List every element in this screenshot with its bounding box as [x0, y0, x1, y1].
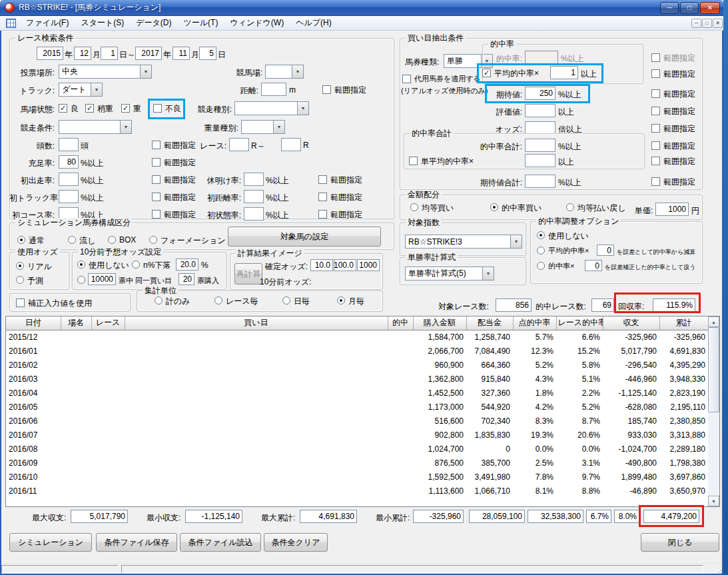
table-row[interactable]: 2016/09876,500385,7002.5%3.1%-490,8001,7… [6, 456, 708, 470]
radio-odds-real[interactable]: リアル [16, 261, 52, 273]
checkbox-baba-ryo[interactable]: ✓良 [59, 103, 79, 115]
checkbox-tan-avg-range[interactable]: 範囲指定 [651, 156, 695, 167]
checkbox-hatsukyori-range[interactable]: 範囲指定 [318, 192, 362, 203]
table-row[interactable]: 2016/111,113,6001,066,7108.1%8.8%-46,890… [6, 484, 708, 498]
radio-agg-day[interactable]: 日毎 [282, 296, 310, 307]
column-header[interactable]: 買い目 [125, 316, 388, 330]
menu-item[interactable]: ツール(T) [178, 18, 224, 27]
odds-input[interactable] [525, 121, 555, 135]
radio-sim-box[interactable]: BOX [108, 235, 136, 245]
column-header[interactable]: 的中 [388, 316, 413, 330]
menu-item[interactable]: ファイル(F) [20, 18, 75, 27]
checkbox-avg-hit-range[interactable]: 範囲指定 [651, 69, 695, 80]
checkbox-hatsutrack-range[interactable]: 範囲指定 [152, 192, 196, 203]
checkbox-hatsujotai-range[interactable]: 範囲指定 [318, 209, 362, 221]
checkbox-eval-range[interactable]: 範囲指定 [651, 106, 695, 117]
radio-hit-rate-buy[interactable]: 的中率買い [490, 203, 542, 214]
radio-agg-month[interactable]: 月毎 [337, 296, 364, 307]
column-header[interactable]: 点的中率 [513, 316, 556, 330]
checkbox-expect-range[interactable]: 範囲指定 [651, 89, 695, 100]
radio-sim-formation[interactable]: フォーメーション [149, 235, 226, 247]
table-row[interactable]: 2015/121,584,7001,258,7405.7%6.6%-325,96… [6, 330, 708, 344]
close-dialog-button[interactable]: 閉じる [641, 533, 719, 552]
checkbox-correction-input[interactable]: 補正入力値を使用 [16, 298, 92, 309]
table-row[interactable]: 2016/051,173,000544,9204.2%5.2%-628,0802… [6, 400, 708, 414]
date-from-day-input[interactable]: 1 [101, 47, 118, 60]
checkbox-hit-rate-range[interactable]: 範囲指定 [651, 53, 695, 64]
checkbox-avg-hit-rate[interactable]: ✓平均的中率× [482, 68, 539, 79]
fixed-odds-2-input[interactable]: 100.0 [334, 259, 356, 271]
checkbox-jusoku-range[interactable]: 範囲指定 [152, 157, 196, 169]
title-bar[interactable]: RB☆STRIKE! - [馬券シミュレーション] [0, 0, 723, 16]
distance-input[interactable] [261, 83, 286, 96]
hatsutrack-input[interactable] [59, 190, 79, 203]
simulation-button[interactable]: シミュレーション [9, 533, 92, 552]
date-from-year-input[interactable]: 2015 [37, 47, 63, 60]
checkbox-hit-total-range[interactable]: 範囲指定 [651, 141, 695, 152]
eval-input[interactable] [525, 104, 555, 117]
menu-item[interactable]: ヘルプ(H) [290, 18, 338, 27]
column-header[interactable]: 場名 [61, 316, 91, 330]
date-from-month-input[interactable]: 12 [74, 47, 91, 60]
mdi-close-button[interactable]: ✕ [713, 19, 723, 28]
formula-select[interactable]: 単勝率計算式(5)▼ [405, 267, 494, 281]
date-to-month-input[interactable]: 11 [173, 47, 190, 60]
hit-total-input[interactable] [525, 139, 555, 152]
target-index-select[interactable]: RB☆STRIKE!3▼ [405, 235, 522, 249]
track-select[interactable]: ダート▼ [59, 83, 103, 97]
hatsujotai-input[interactable] [244, 207, 264, 221]
menu-item[interactable]: データ(D) [130, 18, 177, 27]
buy-votes-input[interactable]: 20 [179, 273, 194, 285]
radio-agg-total[interactable]: 計のみ [155, 296, 190, 307]
jusoku-input[interactable]: 80 [59, 155, 79, 169]
column-header[interactable]: レース [91, 316, 125, 330]
column-header[interactable]: レース的中率 [556, 316, 603, 330]
radio-pre10-drop[interactable]: n%下落 [132, 260, 171, 271]
votes-input[interactable]: 10000 [88, 273, 116, 285]
checkbox-odds-range[interactable]: 範囲指定 [651, 123, 695, 135]
fixed-odds-1-input[interactable]: 10.0 [310, 259, 333, 271]
checkbox-yasumiake-range[interactable]: 範囲指定 [318, 175, 362, 186]
table-row[interactable]: 2016/07902,8001,835,83019.3%20.6%933,030… [6, 428, 708, 442]
load-condition-file-button[interactable]: 条件ファイル読込 [180, 533, 261, 552]
tosu-input[interactable] [59, 138, 79, 151]
radio-sim-normal[interactable]: 通常 [17, 235, 45, 247]
checkbox-tan-avg[interactable]: 単平均的中率× [409, 156, 474, 167]
checkbox-hatsushusso-range[interactable]: 範囲指定 [152, 175, 196, 186]
mdi-child-icon[interactable] [6, 19, 16, 28]
menu-item[interactable]: スタート(S) [75, 18, 130, 27]
checkbox-hatsucourse-range[interactable]: 範囲指定 [152, 209, 196, 221]
radio-adjust-avg[interactable]: 平均的中率× [537, 246, 589, 256]
checkbox-baba-omo[interactable]: ✓重 [121, 103, 141, 115]
radio-pre10-none[interactable]: 使用しない [77, 260, 129, 271]
checkbox-expect-total-range[interactable]: 範囲指定 [651, 177, 695, 188]
yasumiake-input[interactable] [244, 173, 264, 186]
vote-place-select[interactable]: 中央▼ [59, 65, 152, 79]
hatsushusso-input[interactable] [59, 173, 79, 186]
table-row[interactable]: 2016/031,362,800915,8404.3%5.1%-446,9603… [6, 372, 708, 386]
radio-agg-race[interactable]: レース毎 [214, 296, 258, 307]
column-header[interactable]: 日付 [6, 316, 61, 330]
table-row[interactable]: 2016/041,452,500327,3601.8%2.2%-1,125,14… [6, 386, 708, 400]
maximize-button[interactable]: □ [680, 2, 699, 14]
shubetsu-select[interactable]: ▼ [234, 101, 309, 115]
radio-equal-buy[interactable]: 均等買い [410, 203, 454, 214]
table-row[interactable]: 2016/101,592,5003,491,9807.8%9.7%1,899,4… [6, 470, 708, 484]
radio-pre10-votes[interactable] [77, 275, 85, 284]
close-button[interactable]: ✕ [700, 2, 720, 14]
tan-avg-input[interactable] [525, 154, 555, 167]
clear-all-conditions-button[interactable]: 条件全クリア [264, 533, 328, 552]
avg-hit-rate-input[interactable]: 1 [550, 66, 578, 79]
scroll-down-button[interactable]: ▼ [708, 496, 719, 506]
hatsukyori-input[interactable] [244, 190, 264, 203]
adjust-hit-input[interactable]: 0 [585, 260, 602, 271]
column-header[interactable]: 配当金 [466, 316, 513, 330]
unit-price-input[interactable]: 1000 [655, 203, 689, 216]
date-to-year-input[interactable]: 2017 [135, 47, 162, 60]
radio-adjust-hit[interactable]: 的中率× [537, 261, 574, 271]
drop-percent-input[interactable]: 20.0 [176, 259, 198, 271]
save-condition-file-button[interactable]: 条件ファイル保存 [96, 533, 177, 552]
mdi-restore-button[interactable]: □ [702, 19, 712, 28]
juryo-select[interactable]: ▼ [241, 120, 285, 134]
scroll-thumb[interactable] [708, 327, 719, 412]
